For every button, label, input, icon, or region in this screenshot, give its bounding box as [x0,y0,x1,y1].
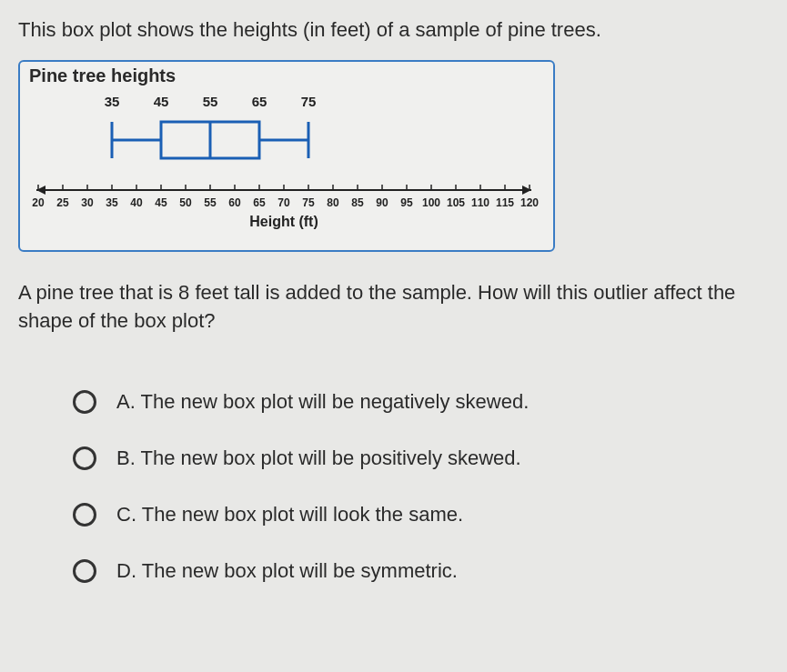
choice-d-text: D. The new box plot will be symmetric. [116,559,458,583]
choice-d[interactable]: D. The new box plot will be symmetric. [73,559,769,583]
choice-b[interactable]: B. The new box plot will be positively s… [73,446,769,470]
radio-icon [73,390,96,414]
svg-text:60: 60 [228,196,241,209]
boxplot-svg: 3545556575202530354045505560657075808590… [29,90,539,236]
choice-a[interactable]: A. The new box plot will be negatively s… [73,390,769,414]
svg-text:95: 95 [400,196,413,209]
svg-text:55: 55 [203,94,218,109]
choices-list: A. The new box plot will be negatively s… [73,390,769,583]
svg-text:105: 105 [447,196,465,209]
svg-text:35: 35 [106,196,118,209]
question-text: A pine tree that is 8 feet tall is added… [18,279,769,336]
radio-icon [73,446,96,470]
boxplot-frame: Pine tree heights 3545556575202530354045… [18,60,555,252]
svg-text:35: 35 [105,94,120,109]
radio-icon [73,503,96,527]
svg-text:115: 115 [496,196,514,209]
plot-title: Pine tree heights [29,65,544,86]
svg-text:20: 20 [32,196,45,209]
svg-text:65: 65 [252,94,267,109]
choice-a-text: A. The new box plot will be negatively s… [116,390,529,414]
svg-text:110: 110 [471,196,489,209]
intro-text: This box plot shows the heights (in feet… [18,18,769,42]
choice-c[interactable]: C. The new box plot will look the same. [73,503,769,527]
svg-text:45: 45 [154,94,169,109]
svg-text:90: 90 [376,196,388,209]
svg-text:65: 65 [253,196,266,209]
boxplot-svg-wrap: 3545556575202530354045505560657075808590… [29,90,544,239]
svg-text:55: 55 [204,196,217,209]
svg-text:50: 50 [179,196,192,209]
svg-text:40: 40 [130,196,143,209]
svg-text:75: 75 [302,196,315,209]
radio-icon [73,559,96,583]
svg-text:100: 100 [422,196,440,209]
svg-text:Height (ft): Height (ft) [249,214,318,229]
svg-text:80: 80 [327,196,339,209]
choice-c-text: C. The new box plot will look the same. [116,503,463,527]
svg-text:25: 25 [56,196,69,209]
svg-text:45: 45 [155,196,167,209]
svg-text:75: 75 [301,94,317,109]
choice-b-text: B. The new box plot will be positively s… [116,446,521,470]
svg-text:70: 70 [277,196,290,209]
svg-text:120: 120 [520,196,539,209]
svg-text:30: 30 [81,196,94,209]
svg-text:85: 85 [351,196,364,209]
